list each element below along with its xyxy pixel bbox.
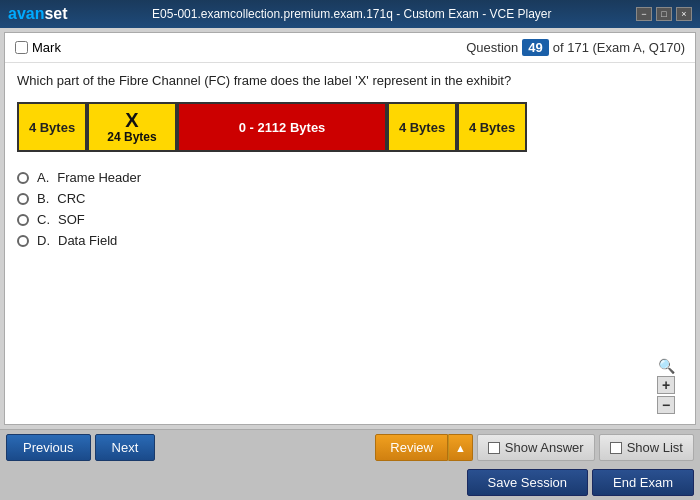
answer-options: A. Frame Header B. CRC C. SOF D. Data Fi… xyxy=(17,170,683,248)
question-header: Mark Question 49 of 171 (Exam A, Q170) xyxy=(5,33,695,63)
answer-option-d[interactable]: D. Data Field xyxy=(17,233,683,248)
question-content: Which part of the Fibre Channel (FC) fra… xyxy=(5,63,695,424)
answer-text-b: CRC xyxy=(57,191,85,206)
show-answer-button[interactable]: Show Answer xyxy=(477,434,595,461)
zoom-controls: 🔍 + − xyxy=(657,358,675,414)
mark-section[interactable]: Mark xyxy=(15,40,61,55)
answer-text-c: SOF xyxy=(58,212,85,227)
zoom-in-button[interactable]: + xyxy=(657,376,675,394)
question-number-badge: 49 xyxy=(522,39,548,56)
radio-b[interactable] xyxy=(17,193,29,205)
review-dropdown-button[interactable]: ▲ xyxy=(448,434,473,461)
fc-cell-2-label: 24 Bytes xyxy=(107,130,156,144)
question-area: Mark Question 49 of 171 (Exam A, Q170) W… xyxy=(4,32,696,425)
next-button[interactable]: Next xyxy=(95,434,156,461)
title-bar-left: avanset xyxy=(8,5,68,23)
answer-key-d: D. xyxy=(37,233,50,248)
answer-text-a: Frame Header xyxy=(57,170,141,185)
show-list-button[interactable]: Show List xyxy=(599,434,694,461)
show-answer-checkbox xyxy=(488,442,500,454)
maximize-button[interactable]: □ xyxy=(656,7,672,21)
title-bar: avanset E05-001.examcollection.premium.e… xyxy=(0,0,700,28)
fc-cell-3: 0 - 2112 Bytes xyxy=(177,102,387,152)
answer-option-b[interactable]: B. CRC xyxy=(17,191,683,206)
radio-a[interactable] xyxy=(17,172,29,184)
zoom-out-button[interactable]: − xyxy=(657,396,675,414)
fc-cell-3-label: 0 - 2112 Bytes xyxy=(239,120,326,135)
show-list-label: Show List xyxy=(627,440,683,455)
bottom-toolbar: Previous Next Review ▲ Show Answer Show … xyxy=(0,429,700,465)
review-button[interactable]: Review xyxy=(375,434,448,461)
answer-key-b: B. xyxy=(37,191,49,206)
fc-cell-1-label: 4 Bytes xyxy=(29,120,75,135)
answer-key-a: A. xyxy=(37,170,49,185)
answer-option-a[interactable]: A. Frame Header xyxy=(17,170,683,185)
fc-cell-x-symbol: X xyxy=(125,110,138,130)
fc-cell-1: 4 Bytes xyxy=(17,102,87,152)
action-bar: Save Session End Exam xyxy=(0,465,700,500)
fc-frame-diagram: 4 Bytes X 24 Bytes 0 - 2112 Bytes 4 Byte… xyxy=(17,102,683,152)
show-answer-label: Show Answer xyxy=(505,440,584,455)
window-controls[interactable]: − □ × xyxy=(636,7,692,21)
radio-d[interactable] xyxy=(17,235,29,247)
question-label: Question xyxy=(466,40,518,55)
close-button[interactable]: × xyxy=(676,7,692,21)
main-wrapper: Mark Question 49 of 171 (Exam A, Q170) W… xyxy=(0,28,700,500)
question-text: Which part of the Fibre Channel (FC) fra… xyxy=(17,73,683,88)
question-of-total: of 171 (Exam A, Q170) xyxy=(553,40,685,55)
answer-text-d: Data Field xyxy=(58,233,117,248)
app-logo: avanset xyxy=(8,5,68,23)
previous-button[interactable]: Previous xyxy=(6,434,91,461)
window-title: E05-001.examcollection.premium.exam.171q… xyxy=(68,7,636,21)
zoom-search-icon: 🔍 xyxy=(658,358,675,374)
radio-c[interactable] xyxy=(17,214,29,226)
fc-cell-5-label: 4 Bytes xyxy=(469,120,515,135)
fc-cell-5: 4 Bytes xyxy=(457,102,527,152)
fc-cell-4: 4 Bytes xyxy=(387,102,457,152)
question-number-info: Question 49 of 171 (Exam A, Q170) xyxy=(466,39,685,56)
fc-cell-2: X 24 Bytes xyxy=(87,102,177,152)
fc-cell-4-label: 4 Bytes xyxy=(399,120,445,135)
mark-label: Mark xyxy=(32,40,61,55)
end-exam-button[interactable]: End Exam xyxy=(592,469,694,496)
save-session-button[interactable]: Save Session xyxy=(467,469,589,496)
answer-key-c: C. xyxy=(37,212,50,227)
review-button-group[interactable]: Review ▲ xyxy=(375,434,473,461)
minimize-button[interactable]: − xyxy=(636,7,652,21)
show-list-checkbox xyxy=(610,442,622,454)
answer-option-c[interactable]: C. SOF xyxy=(17,212,683,227)
mark-checkbox[interactable] xyxy=(15,41,28,54)
